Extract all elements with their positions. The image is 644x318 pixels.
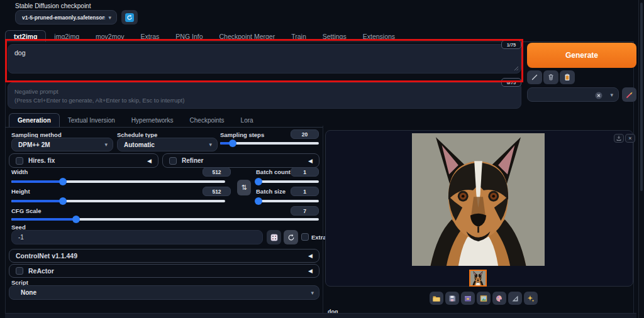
tab-png-info[interactable]: PNG Info bbox=[167, 30, 211, 42]
palette-icon bbox=[495, 294, 504, 303]
sd-webui-window: Stable Diffusion checkpoint v1-5-pruned-… bbox=[0, 0, 644, 318]
horizontal-scrollbar[interactable] bbox=[5, 313, 636, 318]
width-label: Width bbox=[11, 168, 28, 175]
vertical-scrollbar[interactable] bbox=[638, 0, 644, 318]
tab-train[interactable]: Train bbox=[283, 30, 314, 42]
controlnet-label: ControlNet v1.1.449 bbox=[16, 252, 77, 260]
tab-underline bbox=[5, 41, 634, 42]
subtab-lora[interactable]: Lora bbox=[233, 113, 262, 127]
gallery-action-row bbox=[430, 292, 538, 305]
open-folder-button[interactable] bbox=[430, 292, 443, 305]
tab-settings[interactable]: Settings bbox=[314, 30, 355, 42]
sampling-method-dropdown[interactable]: DPM++ 2M ▾ bbox=[11, 138, 113, 151]
cfg-scale-slider[interactable] bbox=[11, 216, 319, 223]
tab-extensions[interactable]: Extensions bbox=[355, 30, 403, 42]
generated-dog-image[interactable] bbox=[412, 133, 545, 266]
seed-extra-checkbox[interactable] bbox=[301, 233, 309, 241]
reactor-checkbox[interactable] bbox=[16, 267, 23, 275]
batch-count-label: Batch count bbox=[256, 168, 291, 175]
collapse-icon[interactable]: ◀ bbox=[308, 268, 313, 274]
prompt-text: dog bbox=[14, 49, 26, 57]
width-slider[interactable] bbox=[11, 178, 225, 185]
checkpoint-value: v1-5-pruned-emaonly.safetensors [6ce0161… bbox=[22, 14, 105, 21]
sampling-steps-input[interactable]: 20 bbox=[291, 129, 319, 139]
prompt-textarea[interactable]: dog bbox=[8, 44, 521, 74]
apply-styles-button[interactable] bbox=[560, 70, 575, 84]
subtab-hypernetworks[interactable]: Hypernetworks bbox=[123, 113, 182, 127]
subtab-textual-inversion[interactable]: Textual Inversion bbox=[60, 113, 123, 127]
tab-txt2img[interactable]: txt2img bbox=[5, 30, 46, 42]
hires-fix-accordion[interactable]: Hires. fix ◀ bbox=[9, 153, 158, 168]
hires-fix-checkbox[interactable] bbox=[16, 157, 23, 165]
height-slider[interactable] bbox=[11, 197, 225, 205]
sub-tab-bar: Generation Textual Inversion Hypernetwor… bbox=[9, 113, 262, 127]
tab-extras[interactable]: Extras bbox=[133, 30, 168, 42]
folder-icon bbox=[432, 294, 441, 303]
chevron-down-icon: ▾ bbox=[311, 290, 314, 296]
checkpoint-dropdown[interactable]: v1-5-pruned-emaonly.safetensors [6ce0161… bbox=[15, 10, 117, 25]
schedule-type-dropdown[interactable]: Automatic ▾ bbox=[117, 138, 218, 151]
random-seed-button[interactable] bbox=[267, 230, 281, 244]
collapse-icon[interactable]: ◀ bbox=[308, 253, 313, 259]
upscale-button[interactable] bbox=[524, 292, 538, 305]
edit-styles-button[interactable] bbox=[622, 87, 636, 102]
swap-dimensions-button[interactable]: ⇅ bbox=[237, 180, 251, 195]
floppy-icon bbox=[448, 294, 457, 303]
reactor-label: ReActor bbox=[28, 267, 54, 275]
generate-button[interactable]: Generate bbox=[527, 43, 636, 68]
clear-prompt-button[interactable] bbox=[543, 70, 558, 84]
height-label: Height bbox=[11, 188, 30, 195]
save-image-button[interactable] bbox=[445, 292, 459, 305]
controlnet-accordion[interactable]: ControlNet v1.1.449 ◀ bbox=[9, 249, 319, 263]
styles-dropdown[interactable]: ▾ bbox=[527, 87, 619, 102]
recycle-icon bbox=[287, 233, 296, 242]
scrollbar-thumb[interactable] bbox=[640, 3, 643, 191]
gallery-thumbnail-selected[interactable] bbox=[469, 270, 487, 287]
batch-size-input[interactable]: 1 bbox=[291, 187, 319, 196]
resize-handle-icon[interactable] bbox=[514, 66, 519, 71]
send-to-extras-button[interactable] bbox=[508, 292, 522, 305]
subtab-generation[interactable]: Generation bbox=[9, 113, 60, 127]
refiner-checkbox[interactable] bbox=[169, 157, 177, 165]
cfg-scale-input[interactable]: 7 bbox=[291, 206, 319, 216]
clipboard-icon bbox=[563, 73, 572, 82]
negative-token-counter: 0/75 bbox=[501, 78, 521, 87]
tab-img2img[interactable]: img2img bbox=[46, 30, 87, 42]
batch-count-input[interactable]: 1 bbox=[291, 167, 319, 177]
chevron-down-icon: ▾ bbox=[610, 92, 613, 98]
close-gallery-button[interactable]: × bbox=[625, 134, 635, 143]
refresh-icon bbox=[125, 13, 134, 22]
reactor-accordion[interactable]: ReActor ◀ bbox=[9, 264, 319, 278]
hires-fix-label: Hires. fix bbox=[28, 157, 55, 164]
archive-box-icon bbox=[464, 294, 472, 303]
collapse-icon[interactable]: ◀ bbox=[308, 158, 313, 164]
batch-count-slider[interactable] bbox=[256, 178, 319, 185]
seed-input[interactable]: -1 bbox=[11, 230, 263, 244]
width-input[interactable]: 512 bbox=[203, 167, 231, 177]
script-dropdown[interactable]: None ▾ bbox=[9, 285, 319, 300]
tab-mov2mov[interactable]: mov2mov bbox=[87, 30, 133, 42]
send-to-inpaint-button[interactable] bbox=[492, 292, 506, 305]
refresh-checkpoint-button[interactable] bbox=[121, 10, 138, 25]
negative-placeholder-hint: (Press Ctrl+Enter to generate, Alt+Enter… bbox=[14, 96, 514, 105]
refiner-label: Refiner bbox=[182, 157, 203, 164]
negative-prompt-textarea[interactable]: Negative prompt (Press Ctrl+Enter to gen… bbox=[8, 82, 521, 109]
collapse-icon[interactable]: ◀ bbox=[147, 158, 152, 164]
save-zip-button[interactable] bbox=[461, 292, 475, 305]
send-to-img2img-button[interactable] bbox=[477, 292, 491, 305]
dice-icon bbox=[270, 233, 279, 242]
chevron-down-icon: ▾ bbox=[108, 14, 111, 21]
panel-left-border bbox=[5, 41, 6, 314]
batch-size-slider[interactable] bbox=[256, 197, 319, 205]
tab-checkpoint-merger[interactable]: Checkpoint Merger bbox=[211, 30, 284, 42]
subtab-checkpoints[interactable]: Checkpoints bbox=[182, 113, 233, 127]
paste-params-button[interactable] bbox=[527, 70, 542, 84]
refiner-accordion[interactable]: Refiner ◀ bbox=[162, 153, 319, 168]
download-icon bbox=[616, 135, 622, 141]
chevron-down-icon: ▾ bbox=[104, 141, 108, 148]
sampling-steps-slider[interactable] bbox=[220, 140, 319, 147]
height-input[interactable]: 512 bbox=[203, 187, 231, 196]
clear-styles-icon[interactable] bbox=[594, 91, 603, 100]
reuse-seed-button[interactable] bbox=[284, 230, 298, 244]
download-image-button[interactable] bbox=[614, 134, 624, 143]
